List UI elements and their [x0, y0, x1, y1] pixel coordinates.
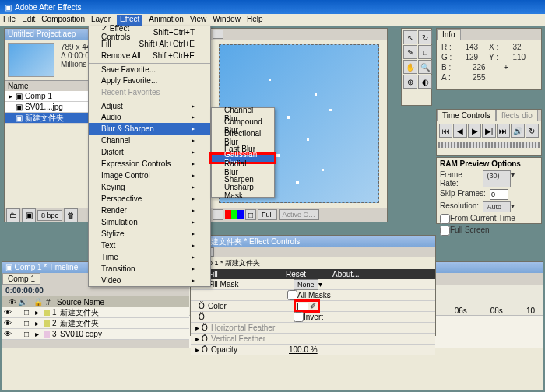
menu-video[interactable]: Video▸ — [89, 275, 210, 286]
pan-behind-icon[interactable]: ⊕ — [403, 75, 417, 89]
menu-file[interactable]: File — [3, 15, 16, 26]
layer-row[interactable]: 👁□ ▸ 3 SV010 copy — [2, 329, 189, 340]
play-icon[interactable]: ▶ — [468, 124, 481, 138]
menu-effect-controls[interactable]: ✓ Effect ControlsShift+Ctrl+T — [89, 26, 210, 38]
mask-tool-icon[interactable]: ◐ — [418, 75, 432, 89]
menu-text[interactable]: Text▸ — [89, 240, 210, 251]
viewer-tool[interactable] — [213, 209, 223, 220]
project-thumbnail — [8, 43, 54, 77]
reset-link[interactable]: Reset — [286, 270, 332, 278]
comp-icon: ▣ — [5, 263, 12, 271]
effect-name[interactable]: Fill — [208, 270, 286, 278]
time-controls-panel: Time Controls ffects dio ⏮ ◀ ▶ ▶| ⏭ 🔊 ↻ — [436, 109, 542, 156]
col-name[interactable]: Name — [8, 82, 93, 90]
info-tab[interactable]: Info — [437, 29, 461, 40]
menu-render[interactable]: Render▸ — [89, 205, 210, 216]
submenu-radial-blur[interactable]: Radial Blur — [212, 162, 274, 173]
menu-adjust[interactable]: Adjust▸ — [89, 100, 210, 111]
time-tick: 06s — [455, 306, 467, 315]
menu-view[interactable]: View — [190, 15, 207, 26]
menu-simulation[interactable]: Simulation▸ — [89, 216, 210, 228]
menu-blur-sharpen[interactable]: Blur & Sharpen▸ — [89, 123, 210, 135]
pen-tool-icon[interactable]: ✎ — [403, 45, 417, 59]
loop-icon[interactable]: ↻ — [526, 124, 539, 138]
invert-checkbox[interactable] — [294, 312, 304, 322]
time-controls-tab[interactable]: Time Controls — [437, 110, 496, 121]
menu-edit[interactable]: Edit — [22, 15, 35, 26]
effect-controls-title: ▣ 新建文件夹 * Effect Controls — [191, 236, 435, 247]
viewer-tool[interactable]: □ — [245, 209, 256, 220]
skip-frames-input[interactable] — [490, 189, 508, 200]
hand-tool-icon[interactable]: ✋ — [403, 60, 417, 74]
timeline-tab[interactable]: Comp 1 — [2, 273, 40, 285]
audio-icon[interactable]: 🔊 — [511, 124, 524, 138]
menu-window[interactable]: Window — [213, 15, 241, 26]
blur-submenu: Channel Blur Compound Blur Directional B… — [211, 107, 275, 198]
app-title: Adobe After Effects — [15, 3, 81, 12]
from-current-checkbox[interactable] — [440, 214, 450, 224]
opacity-value[interactable]: 100.0 % — [289, 345, 318, 354]
layer-row[interactable]: 👁□ ▸ 1 新建文件夹 — [2, 307, 189, 318]
time-tick: 10 — [526, 306, 535, 315]
menubar: File Edit Composition Layer Effect Anima… — [0, 14, 545, 26]
viewer-full[interactable]: Full — [258, 209, 277, 220]
viewer-active[interactable]: Active C… — [279, 209, 320, 220]
ec-comp-line: Comp 1 * 新建文件夹 — [191, 257, 435, 269]
about-link[interactable]: About... — [332, 270, 359, 278]
color-swatch[interactable] — [297, 303, 308, 310]
menu-perspective[interactable]: Perspective▸ — [89, 193, 210, 205]
resolution-select[interactable]: Auto — [483, 201, 511, 212]
menu-keying[interactable]: Keying▸ — [89, 181, 210, 193]
menu-recent-favorites: Recent Favorites — [89, 86, 210, 98]
folder-icon[interactable]: 🗀 — [6, 208, 20, 222]
app-titlebar: ▣ Adobe After Effects — [0, 0, 545, 14]
tools-panel: ↖ ↻ ✎ □ ✋ 🔍 ⊕ ◐ — [401, 28, 432, 106]
menu-time[interactable]: Time▸ — [89, 251, 210, 263]
rect-tool-icon[interactable]: □ — [418, 45, 432, 59]
last-frame-icon[interactable]: ⏭ — [497, 124, 510, 138]
selection-tool-icon[interactable]: ↖ — [403, 30, 417, 44]
bpc-button[interactable]: 8 bpc — [37, 210, 62, 221]
rotate-tool-icon[interactable]: ↻ — [418, 30, 432, 44]
zoom-tool-icon[interactable]: 🔍 — [418, 60, 432, 74]
ram-preview-title: RAM Preview Options — [437, 158, 541, 170]
menu-channel[interactable]: Channel▸ — [89, 135, 210, 146]
fill-mask-select[interactable]: None — [294, 279, 318, 290]
submenu-directional-blur[interactable]: Directional Blur — [212, 131, 274, 143]
menu-transition[interactable]: Transition▸ — [89, 263, 210, 275]
menu-save-favorite[interactable]: Save Favorite... — [89, 63, 210, 75]
effects-tab[interactable]: ffects dio — [496, 110, 538, 121]
full-screen-checkbox[interactable] — [440, 226, 450, 236]
layer-row[interactable]: 👁□ ▸ 2 新建文件夹 — [2, 318, 189, 329]
first-frame-icon[interactable]: ⏮ — [439, 124, 452, 138]
ram-preview-panel: RAM Preview Options Frame Rate:(30)▾ Ski… — [436, 157, 542, 224]
time-tick: 08s — [490, 306, 503, 315]
menu-help[interactable]: Help — [247, 15, 263, 26]
menu-expression-controls[interactable]: Expression Controls▸ — [89, 158, 210, 170]
next-frame-icon[interactable]: ▶| — [482, 124, 495, 138]
info-panel: Info R :143X :32 G :129Y :110 B :226+ A … — [436, 28, 542, 90]
submenu-unsharp-mask[interactable]: Unsharp Mask — [212, 185, 274, 197]
menu-distort[interactable]: Distort▸ — [89, 146, 210, 158]
time-ruler[interactable] — [438, 142, 540, 148]
effect-controls-panel: ▣ 新建文件夹 * Effect Controls Comp 1 * 新建文件夹… — [190, 235, 436, 336]
effect-menu-dropdown: ✓ Effect ControlsShift+Ctrl+T FillShift+… — [88, 26, 211, 287]
menu-image-control[interactable]: Image Control▸ — [89, 170, 210, 181]
prev-frame-icon[interactable]: ◀ — [453, 124, 466, 138]
menu-apply-favorite[interactable]: Apply Favorite... — [89, 75, 210, 86]
viewer-btn[interactable] — [213, 30, 223, 39]
menu-composition[interactable]: Composition — [41, 15, 85, 26]
menu-stylize[interactable]: Stylize▸ — [89, 228, 210, 240]
menu-remove-all[interactable]: Remove AllShift+Ctrl+E — [89, 50, 210, 61]
menu-fill[interactable]: FillShift+Alt+Ctrl+E — [89, 38, 210, 50]
new-comp-icon[interactable]: ▣ — [22, 208, 36, 222]
eyedropper-icon[interactable]: ✐ — [310, 302, 316, 310]
menu-audio[interactable]: Audio▸ — [89, 111, 210, 123]
trash-icon[interactable]: 🗑 — [64, 208, 78, 222]
app-icon: ▣ — [5, 3, 12, 12]
frame-rate-select[interactable]: (30) — [483, 170, 511, 187]
menu-animation[interactable]: Animation — [149, 15, 183, 26]
